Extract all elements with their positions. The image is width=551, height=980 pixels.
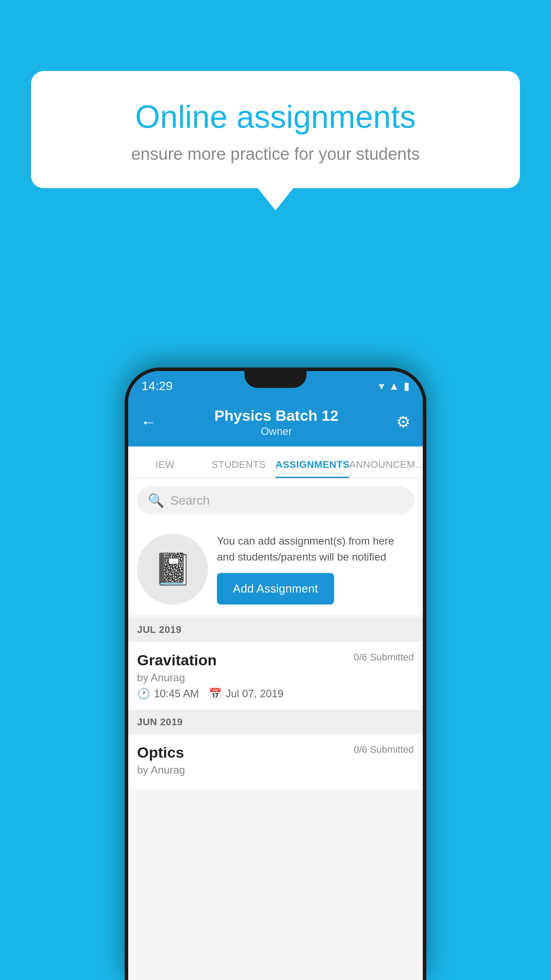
assignment-date-item: 📅 Jul 07, 2019 [209,688,283,700]
speech-bubble-arrow [258,188,293,210]
calendar-icon: 📅 [209,688,222,700]
assignment-submitted: 0/6 Submitted [354,652,414,663]
assignment-name: Gravitation [137,652,216,669]
notebook-icon: 📓 [153,551,192,587]
assignment-name-optics: Optics [137,744,184,761]
gear-icon[interactable]: ⚙ [396,413,410,431]
signal-icon: ▲ [389,380,399,392]
header-title: Physics Batch 12 [214,407,338,424]
back-button[interactable]: ← [141,413,157,431]
add-assignment-button[interactable]: Add Assignment [217,573,334,605]
speech-bubble-subtitle: ensure more practice for your students [62,145,489,164]
assignment-time-item: 🕐 10:45 AM [137,688,199,700]
assignment-by-optics: by Anurag [137,764,414,776]
notch [244,371,307,388]
assignment-item-gravitation[interactable]: Gravitation 0/6 Submitted by Anurag 🕐 10… [128,642,423,710]
section-header-jul: JUL 2019 [128,618,423,642]
header-subtitle: Owner [214,425,338,438]
assignment-meta: 🕐 10:45 AM 📅 Jul 07, 2019 [137,688,414,700]
assignment-item-optics[interactable]: Optics 0/6 Submitted by Anurag [128,734,423,790]
speech-bubble-title: Online assignments [62,98,489,136]
status-icons: ▾ ▲ ▮ [379,380,409,392]
tab-iew[interactable]: IEW [128,459,202,478]
tab-assignments[interactable]: ASSIGNMENTS [276,459,349,478]
wifi-icon: ▾ [379,380,384,392]
assignment-top: Gravitation 0/6 Submitted [137,652,414,669]
speech-bubble-container: Online assignments ensure more practice … [31,71,520,210]
phone-frame: 14:29 ▾ ▲ ▮ ← Physics Batch 12 Owner ⚙ I… [125,368,426,980]
tab-students[interactable]: STUDENTS [202,459,276,478]
status-time: 14:29 [142,379,173,393]
search-bar[interactable]: 🔍 Search [137,486,414,514]
battery-icon: ▮ [404,380,409,392]
tabs: IEW STUDENTS ASSIGNMENTS ANNOUNCEM… [128,447,423,478]
promo-content: You can add assignment(s) from here and … [217,533,414,605]
search-icon: 🔍 [148,493,164,508]
header-center: Physics Batch 12 Owner [214,407,338,438]
speech-bubble: Online assignments ensure more practice … [31,71,520,188]
promo-icon-circle: 📓 [137,533,208,605]
promo-text: You can add assignment(s) from here and … [217,533,414,565]
search-container: 🔍 Search [128,478,423,522]
app-header: ← Physics Batch 12 Owner ⚙ [128,398,423,447]
assignment-by: by Anurag [137,672,414,684]
promo-container: 📓 You can add assignment(s) from here an… [128,522,423,615]
assignment-time: 10:45 AM [154,688,199,700]
assignment-submitted-optics: 0/6 Submitted [354,744,414,755]
tab-announcements[interactable]: ANNOUNCEM… [349,459,423,478]
phone-screen: 14:29 ▾ ▲ ▮ ← Physics Batch 12 Owner ⚙ I… [128,371,423,980]
assignment-date: Jul 07, 2019 [225,688,283,700]
section-header-jun: JUN 2019 [128,710,423,734]
clock-icon: 🕐 [137,688,150,700]
assignment-top-optics: Optics 0/6 Submitted [137,744,414,761]
search-placeholder: Search [170,494,210,508]
